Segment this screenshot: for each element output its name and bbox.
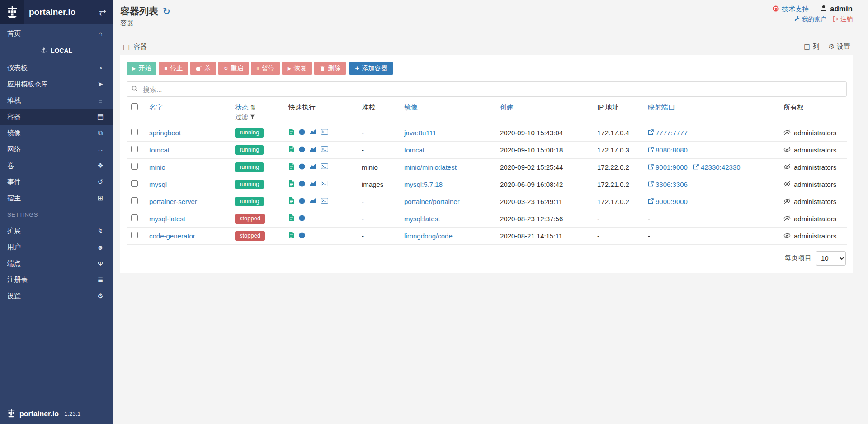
action-logs-icon[interactable] (288, 129, 294, 135)
sidebar-item-images[interactable]: 镜像⧉ (0, 125, 113, 141)
image-link[interactable]: portainer/portainer (404, 198, 460, 205)
image-link[interactable]: java:8u111 (404, 129, 436, 137)
sort-by-ports[interactable]: 映射端口 (648, 103, 675, 111)
container-name-link[interactable]: portainer-server (149, 198, 197, 205)
image-link[interactable]: mysql:latest (404, 215, 440, 223)
columns-button[interactable]: ◫ 列 (804, 43, 819, 51)
action-inspect-icon[interactable] (299, 198, 305, 204)
state-filter-button[interactable]: 过滤 (235, 113, 279, 121)
published-port-link[interactable]: 7777:7777 (648, 129, 688, 137)
user-menu[interactable]: admin (821, 5, 853, 14)
sort-by-image[interactable]: 镜像 (404, 103, 418, 111)
row-checkbox[interactable] (131, 129, 138, 135)
sort-by-state[interactable]: 状态 (235, 103, 249, 112)
published-port-link[interactable]: 9001:9000 (648, 163, 688, 171)
row-checkbox[interactable] (131, 163, 138, 170)
image-link[interactable]: minio/minio:latest (404, 163, 457, 171)
container-name-link[interactable]: code-generator (149, 232, 195, 240)
action-console-icon[interactable] (321, 163, 328, 169)
sidebar-item-registries[interactable]: 注册表≣ (0, 272, 113, 288)
published-port-link[interactable]: 9000:9000 (648, 198, 688, 205)
row-checkbox[interactable] (131, 180, 138, 187)
sidebar-item-home[interactable]: 首页⌂ (0, 25, 113, 42)
stack-cell: - (357, 124, 400, 142)
header-user-area: 技术支持 admin 我的账户 注销 (773, 5, 853, 24)
action-logs-icon[interactable] (288, 163, 294, 170)
resume-button[interactable]: ▶恢复 (282, 62, 312, 75)
image-link[interactable]: lirongdong/code (404, 232, 453, 240)
sort-by-name[interactable]: 名字 (149, 103, 163, 111)
sidebar-item-dashboard[interactable]: 仪表板◔ (0, 60, 113, 76)
my-account-link[interactable]: 我的账户 (794, 15, 826, 24)
action-inspect-icon[interactable] (299, 215, 305, 221)
action-logs-icon[interactable] (288, 180, 294, 187)
action-logs-icon[interactable] (288, 197, 294, 204)
action-stats-icon[interactable] (310, 129, 316, 135)
sidebar-item-extensions[interactable]: 扩展↯ (0, 223, 113, 239)
support-link[interactable]: 技术支持 (773, 5, 809, 14)
sidebar: portainer.io ⇄ 首页⌂LOCAL仪表板◔应用模板仓库➤堆栈≡容器▤… (0, 0, 113, 424)
action-stats-icon[interactable] (310, 146, 316, 152)
sidebar-item-users[interactable]: 用户☻ (0, 239, 113, 255)
sidebar-item-endpoints[interactable]: 端点Ψ (0, 255, 113, 272)
image-link[interactable]: mysql:5.7.18 (404, 181, 443, 188)
table-settings-button[interactable]: ⚙ 设置 (829, 43, 850, 51)
action-inspect-icon[interactable] (299, 146, 305, 152)
search-input[interactable] (142, 85, 842, 94)
sidebar-item-volumes[interactable]: 卷❖ (0, 157, 113, 174)
pause-button[interactable]: Ⅱ暂停 (251, 62, 279, 75)
action-inspect-icon[interactable] (299, 163, 305, 170)
row-checkbox[interactable] (131, 214, 138, 221)
row-checkbox[interactable] (131, 146, 138, 152)
action-inspect-icon[interactable] (299, 129, 305, 135)
action-stats-icon[interactable] (310, 198, 316, 204)
remove-button[interactable]: 删除 (314, 62, 346, 75)
sort-by-ip[interactable]: IP 地址 (597, 103, 619, 111)
start-button[interactable]: ▶开始 (127, 62, 156, 75)
action-stats-icon[interactable] (310, 181, 316, 186)
add-container-button[interactable]: + 添加容器 (349, 62, 392, 75)
sidebar-local-header[interactable]: LOCAL (0, 42, 113, 60)
container-name-link[interactable]: mysql-latest (149, 215, 185, 223)
action-logs-icon[interactable] (288, 232, 294, 238)
sort-by-ownership[interactable]: 所有权 (783, 103, 804, 111)
published-port-link[interactable]: 42330:42330 (693, 163, 741, 171)
stop-button[interactable]: ■停止 (159, 62, 188, 75)
select-all-checkbox[interactable] (131, 103, 138, 110)
sidebar-item-app-templates[interactable]: 应用模板仓库➤ (0, 76, 113, 92)
row-checkbox[interactable] (131, 232, 138, 238)
stack-cell: - (357, 227, 400, 244)
image-link[interactable]: tomcat (404, 146, 425, 154)
action-logs-icon[interactable] (288, 214, 294, 221)
container-name-link[interactable]: mysql (149, 181, 167, 188)
row-checkbox[interactable] (131, 197, 138, 204)
sidebar-item-events[interactable]: 事件↺ (0, 174, 113, 190)
sidebar-item-settings[interactable]: 设置⚙ (0, 288, 113, 304)
ports-cell: 9001:900042330:42330 (643, 158, 779, 176)
sidebar-item-networks[interactable]: 网络∴ (0, 141, 113, 157)
page-size-select[interactable]: 10 (816, 251, 846, 266)
action-console-icon[interactable] (321, 129, 328, 135)
published-port-link[interactable]: 3306:3306 (648, 181, 688, 188)
action-logs-icon[interactable] (288, 146, 294, 152)
container-name-link[interactable]: minio (149, 163, 165, 171)
sidebar-toggle-icon[interactable]: ⇄ (92, 7, 113, 18)
action-inspect-icon[interactable] (299, 181, 305, 187)
refresh-icon[interactable]: ↻ (163, 6, 170, 17)
sort-by-stack[interactable]: 堆栈 (362, 103, 375, 111)
sidebar-item-containers[interactable]: 容器▤ (0, 109, 113, 125)
kill-button[interactable]: 杀 (190, 62, 216, 75)
action-console-icon[interactable] (321, 146, 328, 152)
sidebar-item-stacks[interactable]: 堆栈≡ (0, 92, 113, 109)
sidebar-item-host[interactable]: 宿主⊞ (0, 190, 113, 206)
published-port-link[interactable]: 8080:8080 (648, 146, 688, 154)
action-console-icon[interactable] (321, 181, 328, 186)
container-name-link[interactable]: tomcat (149, 146, 170, 154)
logout-link[interactable]: 注销 (833, 15, 853, 24)
action-stats-icon[interactable] (310, 163, 316, 169)
restart-button[interactable]: ↻重启 (218, 62, 249, 75)
container-name-link[interactable]: springboot (149, 129, 181, 137)
sort-by-created[interactable]: 创建 (500, 103, 514, 111)
action-inspect-icon[interactable] (299, 232, 305, 238)
action-console-icon[interactable] (321, 198, 328, 204)
